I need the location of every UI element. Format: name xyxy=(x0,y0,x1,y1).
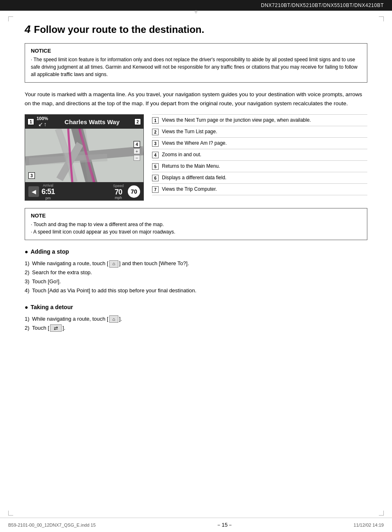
legend-row: 1 Views the Next Turn page or the juncti… xyxy=(152,114,367,126)
arrival-time: 6:51 xyxy=(42,187,55,196)
map-bottom-bar: ◀ Arrival 6:51 pm Speed 70 mph 70 xyxy=(25,182,143,201)
center-cross-top xyxy=(194,8,198,16)
map-speed-display: 100% xyxy=(37,116,48,121)
legend-num: 3 xyxy=(152,140,159,147)
legend-row: 2 Views the Turn List page. xyxy=(152,126,367,138)
map-street-name: Charles Watts Way xyxy=(50,118,134,125)
speed-num: 70 xyxy=(115,188,122,197)
map-badge-1: 1 xyxy=(28,118,34,125)
legend-row: 4 Zooms in and out. xyxy=(152,149,367,161)
legend-text: Zooms in and out. xyxy=(162,151,367,158)
speed-unit-text: mph xyxy=(115,196,122,200)
note-line-2: · A speed limit icon could appear as you… xyxy=(31,228,361,236)
legend-num: 1 xyxy=(152,117,159,124)
legend-text: Views the Where Am I? page. xyxy=(162,140,367,147)
body-paragraph: Your route is marked with a magenta line… xyxy=(25,90,367,108)
map-badge-2: 2 xyxy=(134,118,141,125)
taking-detour-heading: Taking a detour xyxy=(25,304,367,310)
footer: B59-2101-00_00_12DNX7_QSG_E.indd 15 －15－… xyxy=(0,518,392,532)
note-title: NOTE xyxy=(31,213,361,219)
note-box: NOTE · Touch and drag the map to view a … xyxy=(25,208,367,240)
map-arrow-up: ↑ xyxy=(44,121,47,127)
notice-text: · The speed limit icon feature is for in… xyxy=(31,56,361,78)
map-drawing: 3 4 + − xyxy=(25,129,143,182)
legend-num: 5 xyxy=(152,163,159,170)
corner-mark-tr xyxy=(379,16,384,21)
note-line-1: · Touch and drag the map to view a diffe… xyxy=(31,221,361,228)
adding-stop-step-2: 2) Search for the extra stop. xyxy=(32,268,367,277)
taking-detour-step-2: 2) Touch [⇄]. xyxy=(32,324,367,333)
map-arrival-block: Arrival 6:51 pm xyxy=(42,183,55,200)
footer-right: 11/12/02 14:19 xyxy=(354,523,384,527)
adding-stop-step-3: 3) Touch [Go!]. xyxy=(32,277,367,286)
corner-mark-br xyxy=(379,511,384,516)
corner-mark-tl xyxy=(8,16,13,21)
legend-num: 2 xyxy=(152,129,159,135)
notice-box: NOTICE · The speed limit icon feature is… xyxy=(25,43,367,83)
legend-row: 7 Views the Trip Computer. xyxy=(152,184,367,195)
legend-text: Returns to the Main Menu. xyxy=(162,163,367,170)
map-arrow-left: ↙ xyxy=(38,121,43,127)
map-badge-4: 4 xyxy=(134,141,140,148)
speed-label: Speed xyxy=(113,184,124,188)
home-icon-2: ⌂ xyxy=(109,315,118,323)
step-number: 4 xyxy=(25,23,30,36)
legend-num: 7 xyxy=(152,186,159,193)
adding-stop-step-1: 1) While navigating a route, touch [⌂] a… xyxy=(32,259,367,268)
legend-row: 6 Displays a different data field. xyxy=(152,172,367,184)
map-container: 1 100% ↙ ↑ Charles Watts Way 2 xyxy=(25,114,144,201)
corner-mark-bl xyxy=(8,511,13,516)
map-speed-block: Speed 70 mph xyxy=(113,184,124,200)
map-badge-3: 3 xyxy=(28,172,35,179)
notice-title: NOTICE xyxy=(31,48,361,54)
legend-row: 5 Returns to the Main Menu. xyxy=(152,161,367,172)
legend-table: 1 Views the Next Turn page or the juncti… xyxy=(152,114,367,195)
map-badge-4-container: 4 + − xyxy=(134,141,140,161)
adding-stop-list: 1) While navigating a route, touch [⌂] a… xyxy=(25,259,367,295)
map-back-btn[interactable]: ◀ xyxy=(28,186,39,197)
adding-stop-heading: Adding a stop xyxy=(25,248,367,255)
page-title: 4 Follow your route to the destination. xyxy=(25,23,367,36)
adding-stop-step-4: 4) Touch [Add as Via Point] to add this … xyxy=(32,286,367,295)
model-label: DNX7210BT/DNX5210BT/DNX5510BT/DNX4210BT xyxy=(261,2,384,8)
map-top-bar: 1 100% ↙ ↑ Charles Watts Way 2 xyxy=(25,115,143,129)
legend-text: Views the Next Turn page or the junction… xyxy=(162,117,367,124)
map-zoom-plus[interactable]: + xyxy=(134,148,140,154)
legend-text: Views the Turn List page. xyxy=(162,128,367,135)
detour-arrow-icon: ⇄ xyxy=(50,324,62,332)
map-zoom-minus[interactable]: − xyxy=(134,155,140,161)
arrival-ampm: pm xyxy=(46,196,51,200)
page-title-text: Follow your route to the destination. xyxy=(34,24,204,35)
map-speed-circle: 70 xyxy=(128,185,140,198)
map-legend-section: 1 100% ↙ ↑ Charles Watts Way 2 xyxy=(25,114,367,201)
legend-text: Views the Trip Computer. xyxy=(162,186,367,193)
legend-num: 4 xyxy=(152,152,159,158)
arrival-label: Arrival xyxy=(43,183,53,187)
legend-row: 3 Views the Where Am I? page. xyxy=(152,138,367,149)
main-content: 4 Follow your route to the destination. … xyxy=(0,11,392,365)
taking-detour-step-1: 1) While navigating a route, touch [⌂]. xyxy=(32,315,367,324)
taking-detour-list: 1) While navigating a route, touch [⌂]. … xyxy=(25,315,367,333)
legend-num: 6 xyxy=(152,175,159,181)
footer-left: B59-2101-00_00_12DNX7_QSG_E.indd 15 xyxy=(8,523,96,527)
home-icon: ⌂ xyxy=(109,260,118,268)
page-number: －15－ xyxy=(216,521,233,529)
legend-text: Displays a different data field. xyxy=(162,174,367,181)
